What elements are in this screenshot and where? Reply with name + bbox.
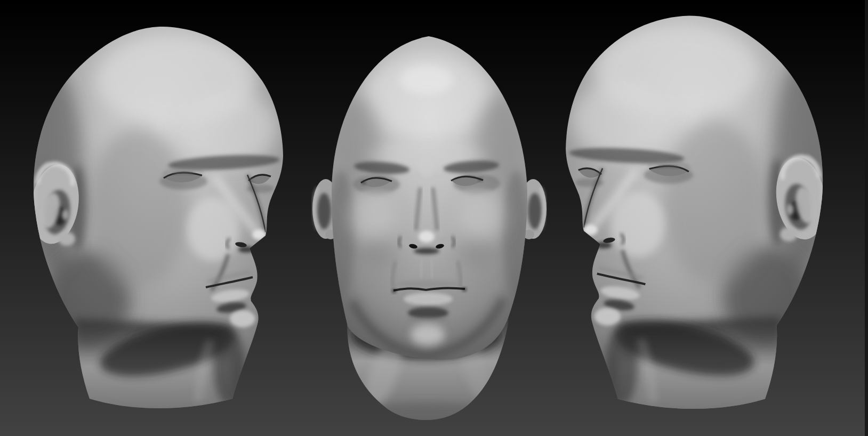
sculpt-render-figure: [0, 0, 868, 436]
sculpt-render-canvas: [0, 0, 868, 436]
canvas-right-edge-strip: [865, 0, 868, 436]
